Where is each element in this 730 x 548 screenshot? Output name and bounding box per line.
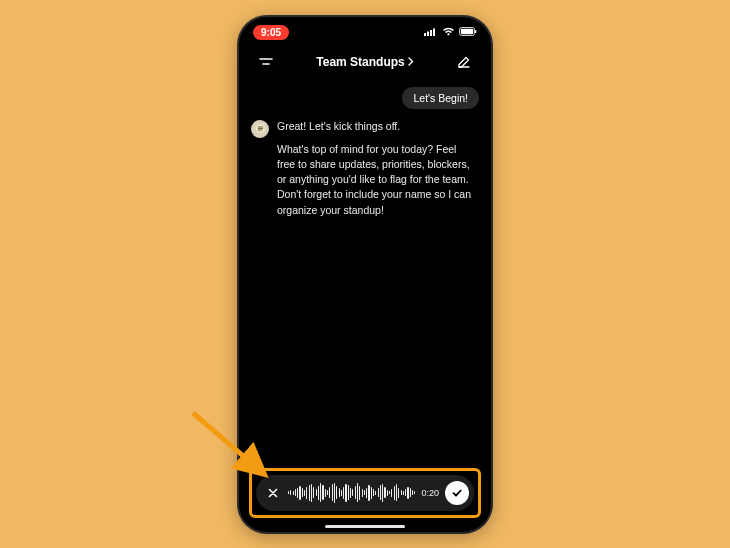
voice-recording-bar: 0:20 bbox=[256, 475, 474, 511]
bot-message-row: Great! Let's kick things off. What's top… bbox=[251, 119, 479, 226]
battery-icon bbox=[459, 27, 477, 38]
user-message-bubble[interactable]: Let's Begin! bbox=[402, 87, 479, 109]
wifi-icon bbox=[442, 27, 455, 38]
send-recording-button[interactable] bbox=[445, 481, 469, 505]
status-bar: 9:05 bbox=[239, 17, 491, 45]
compose-button[interactable] bbox=[453, 51, 475, 73]
status-indicators bbox=[424, 27, 477, 38]
recording-timer: 0:20 bbox=[421, 488, 439, 498]
bot-avatar bbox=[251, 120, 269, 138]
check-icon bbox=[451, 487, 463, 499]
annotation-highlight-box: 0:20 bbox=[249, 468, 481, 518]
svg-rect-0 bbox=[424, 33, 426, 36]
cancel-recording-button[interactable] bbox=[264, 484, 282, 502]
close-icon bbox=[268, 488, 278, 498]
home-indicator[interactable] bbox=[325, 525, 405, 528]
bot-message-intro: Great! Let's kick things off. bbox=[277, 119, 472, 134]
menu-button[interactable] bbox=[255, 51, 277, 73]
svg-rect-3 bbox=[433, 29, 435, 37]
svg-rect-6 bbox=[475, 30, 476, 33]
waveform bbox=[288, 482, 415, 504]
voice-input-panel: 0:20 bbox=[249, 468, 481, 518]
user-message-row: Let's Begin! bbox=[251, 87, 479, 109]
bot-message-body: What's top of mind for you today? Feel f… bbox=[277, 142, 472, 218]
bot-message: Great! Let's kick things off. What's top… bbox=[277, 119, 472, 226]
chat-area: Let's Begin! Great! Let's kick things of… bbox=[239, 79, 491, 234]
chat-title[interactable]: Team Standups bbox=[316, 55, 413, 69]
svg-rect-1 bbox=[427, 32, 429, 37]
svg-rect-5 bbox=[461, 29, 473, 34]
nav-bar: Team Standups bbox=[239, 45, 491, 79]
phone-frame: 9:05 Team Standups Let's Begin! bbox=[239, 17, 491, 532]
svg-rect-2 bbox=[430, 30, 432, 36]
chat-title-text: Team Standups bbox=[316, 55, 404, 69]
recording-time-pill[interactable]: 9:05 bbox=[253, 25, 289, 40]
chevron-right-icon bbox=[408, 57, 414, 66]
cellular-signal-icon bbox=[424, 27, 438, 38]
